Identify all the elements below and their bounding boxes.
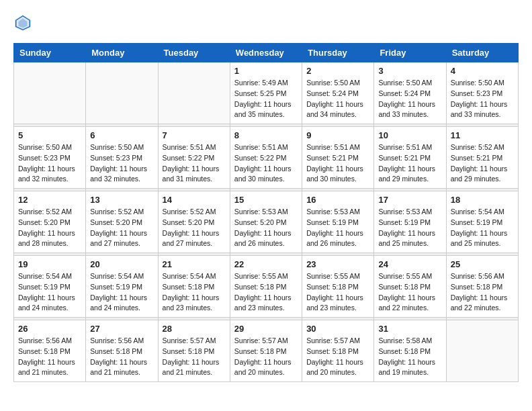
- day-header-monday: Monday: [86, 44, 158, 62]
- day-number: 24: [378, 259, 441, 269]
- calendar-week-2: 5Sunrise: 5:50 AMSunset: 5:23 PMDaylight…: [14, 127, 519, 189]
- day-number: 23: [306, 259, 369, 269]
- calendar-cell: 8Sunrise: 5:51 AMSunset: 5:22 PMDaylight…: [230, 127, 302, 189]
- day-info: Sunrise: 5:57 AMSunset: 5:18 PMDaylight:…: [163, 336, 226, 378]
- calendar-week-5: 26Sunrise: 5:56 AMSunset: 5:18 PMDayligh…: [14, 320, 519, 382]
- calendar-cell: 25Sunrise: 5:56 AMSunset: 5:18 PMDayligh…: [446, 256, 518, 318]
- day-number: 27: [90, 324, 153, 334]
- day-number: 2: [306, 66, 369, 76]
- calendar-cell: 30Sunrise: 5:57 AMSunset: 5:18 PMDayligh…: [302, 320, 374, 382]
- day-number: 22: [234, 259, 298, 269]
- day-info: Sunrise: 5:54 AMSunset: 5:19 PMDaylight:…: [90, 271, 153, 314]
- day-info: Sunrise: 5:51 AMSunset: 5:21 PMDaylight:…: [306, 142, 369, 185]
- day-info: Sunrise: 5:50 AMSunset: 5:24 PMDaylight:…: [306, 78, 369, 120]
- day-header-tuesday: Tuesday: [158, 44, 230, 62]
- day-info: Sunrise: 5:50 AMSunset: 5:23 PMDaylight:…: [451, 78, 514, 120]
- calendar-cell: [446, 320, 518, 382]
- day-info: Sunrise: 5:53 AMSunset: 5:20 PMDaylight:…: [234, 207, 298, 249]
- day-number: 10: [378, 130, 441, 140]
- day-number: 26: [18, 324, 81, 334]
- day-info: Sunrise: 5:54 AMSunset: 5:19 PMDaylight:…: [18, 271, 81, 314]
- calendar-week-1: 1Sunrise: 5:49 AMSunset: 5:25 PMDaylight…: [14, 62, 519, 124]
- day-number: 5: [18, 130, 81, 140]
- day-info: Sunrise: 5:56 AMSunset: 5:18 PMDaylight:…: [18, 336, 81, 378]
- calendar-cell: 1Sunrise: 5:49 AMSunset: 5:25 PMDaylight…: [230, 62, 302, 124]
- calendar-cell: 23Sunrise: 5:55 AMSunset: 5:18 PMDayligh…: [302, 256, 374, 318]
- calendar-cell: 24Sunrise: 5:55 AMSunset: 5:18 PMDayligh…: [374, 256, 446, 318]
- calendar-cell: 11Sunrise: 5:52 AMSunset: 5:21 PMDayligh…: [446, 127, 518, 189]
- day-number: 11: [451, 130, 514, 140]
- calendar-cell: [158, 62, 230, 124]
- day-number: 20: [90, 259, 153, 269]
- day-number: 7: [163, 130, 226, 140]
- day-number: 12: [18, 195, 81, 205]
- calendar-cell: 22Sunrise: 5:55 AMSunset: 5:18 PMDayligh…: [230, 256, 302, 318]
- day-number: 1: [234, 66, 298, 76]
- day-number: 21: [163, 259, 226, 269]
- calendar-cell: 10Sunrise: 5:51 AMSunset: 5:21 PMDayligh…: [374, 127, 446, 189]
- day-info: Sunrise: 5:52 AMSunset: 5:20 PMDaylight:…: [18, 207, 81, 249]
- day-info: Sunrise: 5:54 AMSunset: 5:19 PMDaylight:…: [451, 207, 514, 249]
- day-info: Sunrise: 5:51 AMSunset: 5:22 PMDaylight:…: [234, 142, 298, 185]
- day-info: Sunrise: 5:54 AMSunset: 5:18 PMDaylight:…: [163, 271, 226, 314]
- day-info: Sunrise: 5:51 AMSunset: 5:22 PMDaylight:…: [163, 142, 226, 185]
- calendar-cell: 31Sunrise: 5:58 AMSunset: 5:18 PMDayligh…: [374, 320, 446, 382]
- calendar-week-4: 19Sunrise: 5:54 AMSunset: 5:19 PMDayligh…: [14, 256, 519, 318]
- calendar-cell: 14Sunrise: 5:52 AMSunset: 5:20 PMDayligh…: [158, 191, 230, 253]
- day-info: Sunrise: 5:58 AMSunset: 5:18 PMDaylight:…: [378, 336, 441, 378]
- day-number: 31: [378, 324, 441, 334]
- day-number: 3: [378, 66, 441, 76]
- day-info: Sunrise: 5:56 AMSunset: 5:18 PMDaylight:…: [451, 271, 514, 314]
- calendar-header-row: SundayMondayTuesdayWednesdayThursdayFrid…: [14, 44, 519, 62]
- calendar-cell: 7Sunrise: 5:51 AMSunset: 5:22 PMDaylight…: [158, 127, 230, 189]
- calendar-cell: 21Sunrise: 5:54 AMSunset: 5:18 PMDayligh…: [158, 256, 230, 318]
- calendar-cell: 5Sunrise: 5:50 AMSunset: 5:23 PMDaylight…: [14, 127, 86, 189]
- page-header: [13, 13, 519, 32]
- calendar-cell: 15Sunrise: 5:53 AMSunset: 5:20 PMDayligh…: [230, 191, 302, 253]
- day-number: 30: [306, 324, 369, 334]
- logo: [13, 13, 35, 32]
- day-number: 29: [234, 324, 298, 334]
- day-info: Sunrise: 5:50 AMSunset: 5:23 PMDaylight:…: [18, 142, 81, 185]
- day-number: 28: [163, 324, 226, 334]
- day-info: Sunrise: 5:57 AMSunset: 5:18 PMDaylight:…: [306, 336, 369, 378]
- day-info: Sunrise: 5:52 AMSunset: 5:20 PMDaylight:…: [90, 207, 153, 249]
- calendar-cell: 29Sunrise: 5:57 AMSunset: 5:18 PMDayligh…: [230, 320, 302, 382]
- calendar-cell: 19Sunrise: 5:54 AMSunset: 5:19 PMDayligh…: [14, 256, 86, 318]
- day-number: 4: [451, 66, 514, 76]
- calendar-cell: 27Sunrise: 5:56 AMSunset: 5:18 PMDayligh…: [86, 320, 158, 382]
- day-number: 25: [451, 259, 514, 269]
- day-number: 8: [234, 130, 298, 140]
- calendar-cell: 9Sunrise: 5:51 AMSunset: 5:21 PMDaylight…: [302, 127, 374, 189]
- day-info: Sunrise: 5:55 AMSunset: 5:18 PMDaylight:…: [306, 271, 369, 314]
- calendar-cell: 6Sunrise: 5:50 AMSunset: 5:23 PMDaylight…: [86, 127, 158, 189]
- day-info: Sunrise: 5:53 AMSunset: 5:19 PMDaylight:…: [306, 207, 369, 249]
- day-info: Sunrise: 5:50 AMSunset: 5:24 PMDaylight:…: [378, 78, 441, 120]
- day-header-sunday: Sunday: [14, 44, 86, 62]
- calendar-cell: 17Sunrise: 5:53 AMSunset: 5:19 PMDayligh…: [374, 191, 446, 253]
- calendar-cell: 16Sunrise: 5:53 AMSunset: 5:19 PMDayligh…: [302, 191, 374, 253]
- day-info: Sunrise: 5:52 AMSunset: 5:21 PMDaylight:…: [451, 142, 514, 185]
- day-info: Sunrise: 5:56 AMSunset: 5:18 PMDaylight:…: [90, 336, 153, 378]
- calendar-week-3: 12Sunrise: 5:52 AMSunset: 5:20 PMDayligh…: [14, 191, 519, 253]
- day-number: 14: [163, 195, 226, 205]
- day-info: Sunrise: 5:51 AMSunset: 5:21 PMDaylight:…: [378, 142, 441, 185]
- day-number: 9: [306, 130, 369, 140]
- day-number: 19: [18, 259, 81, 269]
- day-header-wednesday: Wednesday: [230, 44, 302, 62]
- calendar-cell: 2Sunrise: 5:50 AMSunset: 5:24 PMDaylight…: [302, 62, 374, 124]
- day-number: 18: [451, 195, 514, 205]
- day-info: Sunrise: 5:49 AMSunset: 5:25 PMDaylight:…: [234, 78, 298, 120]
- day-number: 16: [306, 195, 369, 205]
- calendar-cell: 28Sunrise: 5:57 AMSunset: 5:18 PMDayligh…: [158, 320, 230, 382]
- day-number: 13: [90, 195, 153, 205]
- calendar-cell: 13Sunrise: 5:52 AMSunset: 5:20 PMDayligh…: [86, 191, 158, 253]
- calendar-cell: 20Sunrise: 5:54 AMSunset: 5:19 PMDayligh…: [86, 256, 158, 318]
- calendar-cell: [14, 62, 86, 124]
- day-info: Sunrise: 5:55 AMSunset: 5:18 PMDaylight:…: [234, 271, 298, 314]
- day-header-saturday: Saturday: [446, 44, 518, 62]
- day-number: 15: [234, 195, 298, 205]
- calendar-cell: [86, 62, 158, 124]
- calendar-cell: 3Sunrise: 5:50 AMSunset: 5:24 PMDaylight…: [374, 62, 446, 124]
- day-info: Sunrise: 5:53 AMSunset: 5:19 PMDaylight:…: [378, 207, 441, 249]
